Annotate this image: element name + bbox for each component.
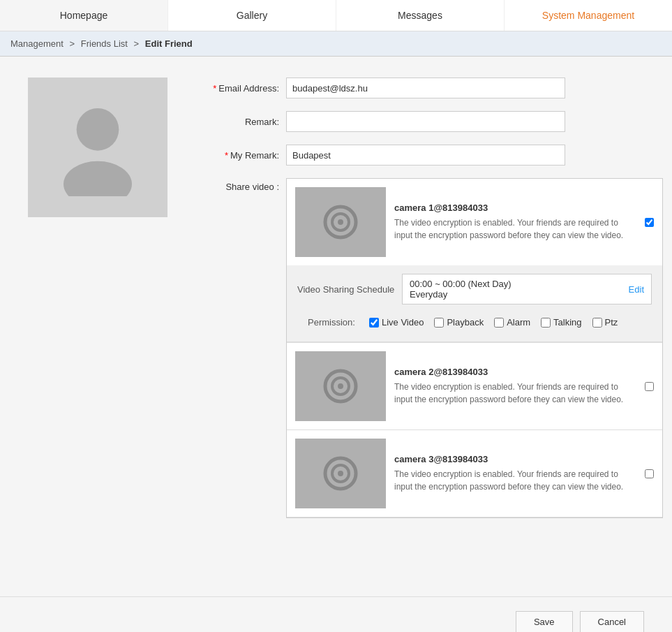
camera-main-row-2: camera 2@813984033 The video encryption … [287, 343, 662, 429]
permission-playback[interactable]: Playback [434, 317, 484, 328]
permission-live-video-checkbox[interactable] [369, 318, 379, 328]
permission-row-1: Permission: Live Video Playback [297, 311, 652, 333]
camera-thumb-2 [295, 351, 386, 421]
permission-alarm-checkbox[interactable] [494, 318, 504, 328]
camera-desc-3: The video encryption is enabled. Your fr… [394, 468, 631, 493]
remark-label: Remark: [188, 117, 286, 127]
svg-point-0 [77, 108, 119, 151]
camera-main-row-3: camera 3@813984033 The video encryption … [287, 430, 662, 517]
svg-point-10 [338, 471, 343, 476]
remark-row: Remark: [188, 111, 663, 132]
my-remark-label: *My Remark: [188, 150, 286, 161]
nav-gallery[interactable]: Gallery [168, 0, 336, 31]
top-nav: Homepage Gallery Messages System Managem… [0, 0, 672, 31]
camera-panel: camera 1@813984033 The video encryption … [286, 178, 663, 518]
email-row: *Email Address: [188, 78, 663, 98]
email-field[interactable] [286, 78, 565, 98]
breadcrumb-friends-list[interactable]: Friends List [81, 38, 128, 49]
page-wrapper: Homepage Gallery Messages System Managem… [0, 0, 672, 632]
camera-name-3: camera 3@813984033 [394, 454, 631, 464]
my-remark-required-star: * [225, 150, 228, 161]
schedule-time-1: 00:00 ~ 00:00 (Next Day) [410, 279, 512, 289]
share-video-label: Share video : [188, 178, 286, 192]
permission-alarm-label: Alarm [507, 317, 530, 328]
schedule-value-box-1: 00:00 ~ 00:00 (Next Day) Everyday Edit [402, 274, 652, 304]
permission-label-1: Permission: [308, 317, 355, 328]
breadcrumb-management[interactable]: Management [10, 38, 64, 49]
svg-point-1 [64, 161, 132, 196]
camera-name-1: camera 1@813984033 [394, 203, 631, 213]
camera-checkbox-2[interactable] [645, 382, 654, 391]
camera-desc-2: The video encryption is enabled. Your fr… [394, 381, 631, 406]
avatar [28, 78, 167, 217]
camera-checkbox-1[interactable] [645, 218, 654, 227]
bottom-buttons: Save Cancel [0, 596, 672, 632]
camera-checkbox-3[interactable] [645, 469, 654, 478]
permission-ptz-label: Ptz [605, 317, 618, 328]
remark-field[interactable] [286, 111, 565, 132]
permission-talking-checkbox[interactable] [541, 318, 551, 328]
my-remark-field[interactable] [286, 145, 565, 166]
share-video-row: Share video : [188, 178, 663, 518]
camera-item-3: camera 3@813984033 The video encryption … [287, 430, 662, 517]
nav-messages[interactable]: Messages [336, 0, 505, 31]
save-button[interactable]: Save [516, 611, 573, 632]
permission-ptz[interactable]: Ptz [592, 317, 618, 328]
my-remark-row: *My Remark: [188, 145, 663, 166]
svg-point-4 [338, 219, 343, 225]
form-fields: *Email Address: Remark: *My Remark: [188, 78, 663, 518]
permission-live-video-label: Live Video [382, 317, 424, 328]
schedule-day-1: Everyday [410, 289, 512, 300]
camera-info-2: camera 2@813984033 The video encryption … [394, 367, 631, 406]
schedule-row-1: Video Sharing Schedule 00:00 ~ 00:00 (Ne… [297, 274, 652, 304]
nav-system-management[interactable]: System Management [505, 0, 672, 31]
schedule-label-1: Video Sharing Schedule [297, 284, 395, 295]
camera-desc-1: The video encryption is enabled. Your fr… [394, 216, 631, 242]
permission-talking-label: Talking [553, 317, 581, 328]
main-content: *Email Address: Remark: *My Remark: [0, 57, 672, 632]
camera-thumb-3 [295, 439, 386, 508]
permission-alarm[interactable]: Alarm [494, 317, 530, 328]
breadcrumb-sep1: > [70, 38, 75, 49]
permission-playback-checkbox[interactable] [434, 318, 444, 328]
schedule-time-day: 00:00 ~ 00:00 (Next Day) Everyday [410, 279, 512, 300]
email-label: *Email Address: [188, 83, 286, 94]
camera-thumb-1 [295, 187, 386, 257]
camera-info-3: camera 3@813984033 The video encryption … [394, 454, 631, 493]
permission-playback-label: Playback [447, 317, 484, 328]
nav-homepage[interactable]: Homepage [0, 0, 168, 31]
permission-ptz-checkbox[interactable] [592, 318, 602, 328]
form-area: *Email Address: Remark: *My Remark: [28, 78, 644, 518]
camera-item-1: camera 1@813984033 The video encryption … [287, 179, 662, 343]
breadcrumb: Management > Friends List > Edit Friend [0, 31, 672, 57]
schedule-edit-link-1[interactable]: Edit [629, 284, 644, 295]
cancel-button[interactable]: Cancel [580, 611, 644, 632]
svg-point-7 [338, 383, 343, 389]
email-required-star: * [213, 83, 216, 94]
permission-talking[interactable]: Talking [541, 317, 581, 328]
camera-item-2: camera 2@813984033 The video encryption … [287, 343, 662, 430]
breadcrumb-sep2: > [134, 38, 140, 49]
camera-main-row-1: camera 1@813984033 The video encryption … [287, 179, 662, 265]
camera-scroll[interactable]: camera 1@813984033 The video encryption … [287, 179, 662, 517]
breadcrumb-current: Edit Friend [145, 38, 193, 49]
camera-name-2: camera 2@813984033 [394, 367, 631, 377]
schedule-panel-1: Video Sharing Schedule 00:00 ~ 00:00 (Ne… [287, 265, 662, 342]
permission-live-video[interactable]: Live Video [369, 317, 424, 328]
camera-info-1: camera 1@813984033 The video encryption … [394, 203, 631, 242]
